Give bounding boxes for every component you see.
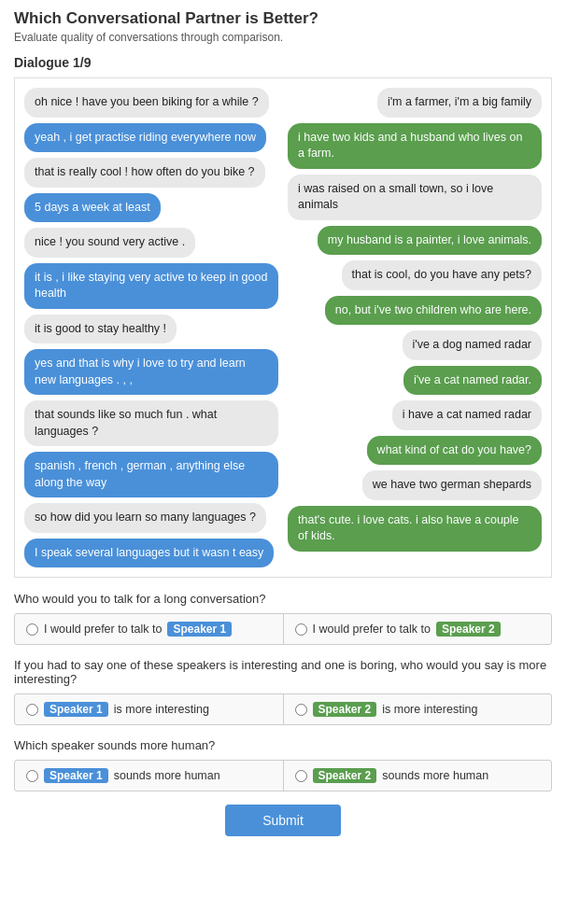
bubble-left-7: yes and that is why i love to try and le… [24,349,278,395]
bubble-left-5: it is , i like staying very active to ke… [24,263,278,309]
q3-radio-2[interactable] [295,770,307,782]
q1-speaker-1: Speaker 1 [167,622,232,637]
q3-radio-1[interactable] [26,770,38,782]
bubble-left-1: yeah , i get practise riding everywhere … [24,123,266,153]
bubble-right-6: i've a dog named radar [403,330,542,360]
page-subtitle: Evaluate quality of conversations throug… [14,31,552,44]
question-1: Who would you to talk for a long convers… [14,592,552,645]
submit-area: Submit [14,805,552,836]
bubble-left-9: spanish , french , german , anything els… [24,452,278,497]
bubble-right-5: no, but i've two children who are here. [325,296,542,326]
question-2-text: If you had to say one of these speakers … [14,658,552,686]
q2-speaker-1: Speaker 1 [44,702,108,717]
question-3-options: Speaker 1 sounds more human Speaker 2 so… [14,760,552,791]
question-2: If you had to say one of these speakers … [14,658,552,725]
bubble-right-0: i'm a farmer, i'm a big family [377,88,542,118]
q2-radio-2[interactable] [295,704,307,716]
bubble-left-2: that is really cool ! how often do you b… [24,158,265,188]
q3-label-1: sounds more human [114,769,220,782]
bubble-right-8: i have a cat named radar [392,400,542,430]
bubble-right-1: i have two kids and a husband who lives … [288,123,542,169]
q1-label-1: I would prefer to talk to [44,623,162,636]
q1-radio-2[interactable] [295,623,307,636]
q1-speaker-2: Speaker 2 [436,622,501,637]
dialogue-container: oh nice ! have you been biking for a whi… [14,77,552,578]
right-column: i'm a farmer, i'm a big family i have tw… [288,88,542,567]
bubble-left-8: that sounds like so much fun . what lang… [24,400,278,446]
bubble-left-4: nice ! you sound very active . [24,228,195,258]
question-3: Which speaker sounds more human? Speaker… [14,738,552,791]
dialogue-label: Dialogue 1/9 [14,55,552,70]
question-1-text: Who would you to talk for a long convers… [14,592,552,606]
q3-speaker-1: Speaker 1 [44,768,108,783]
bubble-left-6: it is good to stay healthy ! [24,315,177,344]
q3-label-2: sounds more human [382,769,488,782]
bubble-left-11: I speak several languages but it wasn t … [24,539,274,568]
q3-option-1[interactable]: Speaker 1 sounds more human [15,761,284,791]
bubble-right-7: i've a cat named radar. [403,366,542,396]
submit-button[interactable]: Submit [225,805,341,836]
q1-radio-1[interactable] [26,623,38,636]
bubble-right-2: i was raised on a small town, so i love … [288,175,542,220]
q1-option-1[interactable]: I would prefer to talk to Speaker 1 [15,614,284,644]
bubble-right-4: that is cool, do you have any pets? [342,260,543,290]
bubble-right-10: we have two german shepards [362,470,542,500]
bubble-left-10: so how did you learn so many languages ? [24,503,266,533]
left-column: oh nice ! have you been biking for a whi… [24,88,278,567]
question-2-options: Speaker 1 is more interesting Speaker 2 … [14,693,552,725]
page-title: Which Conversational Partner is Better? [14,9,552,28]
q2-radio-1[interactable] [26,704,38,716]
question-3-text: Which speaker sounds more human? [14,738,552,752]
question-1-options: I would prefer to talk to Speaker 1 I wo… [14,613,552,645]
q1-option-2[interactable]: I would prefer to talk to Speaker 2 [284,614,552,644]
q2-speaker-2: Speaker 2 [313,702,377,717]
bubble-left-0: oh nice ! have you been biking for a whi… [24,88,269,118]
bubble-left-3: 5 days a week at least [24,193,161,223]
q3-speaker-2: Speaker 2 [313,768,377,783]
bubble-right-9: what kind of cat do you have? [367,436,542,466]
bubble-right-3: my husband is a painter, i love animals. [318,226,542,256]
q3-option-2[interactable]: Speaker 2 sounds more human [284,761,552,791]
bubble-right-11: that's cute. i love cats. i also have a … [288,506,542,552]
q2-label-1: is more interesting [114,703,209,716]
q2-option-1[interactable]: Speaker 1 is more interesting [15,694,284,724]
q1-label-2: I would prefer to talk to [313,623,431,636]
q2-option-2[interactable]: Speaker 2 is more interesting [284,694,552,724]
q2-label-2: is more interesting [382,703,477,716]
